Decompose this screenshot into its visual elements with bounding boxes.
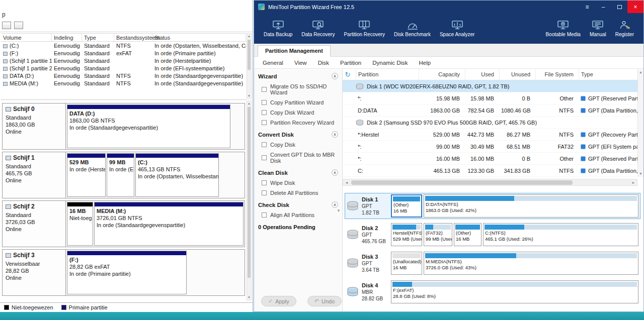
menu-disk[interactable]: Disk [312,58,335,68]
sidebar-item-copy-partition-wizard[interactable]: Copy Partition Wizard [254,97,342,108]
minimize-icon[interactable]: – [595,1,611,13]
menu-general[interactable]: General [257,58,289,68]
sidebar-item-convert-gpt-mbr[interactable]: Convert GPT Disk to MBR Disk [254,150,342,166]
disk3-map-row[interactable]: Disk 3 GPT 3.64 TB (Unallocated) 16 MB [345,250,640,276]
scroll-left-icon[interactable]: ◄ [343,181,350,184]
sidebar-item-wipe-disk[interactable]: Wipe Disk [254,178,342,188]
disk-label[interactable]: Schijf 0 Standaard 1863,00 GB Online [3,103,66,149]
manual-button[interactable]: Manual [585,18,611,39]
partition-row[interactable]: *: 99.00 MB 30.49 MB 68.51 MB FAT32 GPT … [343,141,637,153]
maximize-icon[interactable] [611,1,627,13]
disk2-header-row[interactable]: Disk 2 (Samsung SSD 970 EVO Plus 500GB R… [343,117,637,129]
partition-row[interactable]: *: 16.00 MB 16.00 MB 0 B Other GPT (Rese… [343,153,637,165]
col-status[interactable]: Status [152,34,246,42]
sidebar-item-delete-all-partitions[interactable]: Delete All Partitions [254,188,342,198]
scrollbar-thumb[interactable] [248,40,251,70]
map-partition-other[interactable]: (Other) 16 MB [454,223,481,246]
map-partition-unallocated[interactable]: (Unallocated) 16 MB [391,252,422,275]
sidebar-item-copy-disk[interactable]: Copy Disk [254,140,342,150]
disk2-map-row[interactable]: Disk 2 GPT 465.76 GB Herstel(NTFS) 529 M… [345,222,640,248]
col-type[interactable]: Type [579,69,637,80]
col-file-system[interactable]: File System [535,69,579,80]
volume-table-scrollbar[interactable]: ▲ ▼ [247,33,252,99]
bootable-media-button[interactable]: Bootable Media [541,18,585,39]
partition-media-m[interactable]: MEDIA (M:) 3726,01 GB NTFS In orde (Stan… [94,202,244,246]
disk-row-schijf2[interactable]: Schijf 2 Standaard 3726,03 GB Online 16 … [2,200,245,247]
console-tree-icon[interactable] [2,22,11,29]
disk-benchmark-button[interactable]: Disk Benchmark [389,18,435,39]
disk-label[interactable]: Schijf 3 Verwisselbaar 28,82 GB Online [3,250,66,295]
titlebar[interactable]: MiniTool Partition Wizard Free 12.5 ≡ – … [254,1,643,13]
hamburger-menu-icon[interactable]: ≡ [579,1,595,13]
volume-row[interactable]: (C:) Eenvoudig Standaard NTFS In orde (O… [1,42,246,49]
disk-row-schijf1[interactable]: Schijf 1 Standaard 465,75 GB Online 529 … [2,152,245,198]
menu-help[interactable]: Help [414,58,437,68]
map-partition-f[interactable]: F:(exFAT) 28.8 GB (Used: 8%) [391,280,638,303]
tab-partition-management[interactable]: Partition Management [258,45,331,57]
scroll-right-icon[interactable]: ► [630,181,637,184]
scroll-up-icon[interactable]: ▲ [247,34,251,39]
scrollbar-thumb[interactable] [248,107,251,278]
data-backup-button[interactable]: Data Backup [259,18,297,39]
volume-row[interactable]: (Schijf 1 partitie 2) Eenvoudig Standaar… [1,64,246,72]
partition-efi[interactable]: 99 MB In orde (E [107,153,134,197]
partition-row[interactable]: C: 465.13 GB 123.30 GB 341.83 GB NTFS GP… [343,165,637,177]
scroll-down-icon[interactable]: ▼ [638,171,643,177]
group-check-disk[interactable]: Check Disk∧ [254,198,342,210]
collapse-icon[interactable]: ∧ [332,73,338,79]
table-vertical-scrollbar[interactable]: ▲ ▼ [637,69,643,177]
map-partition-herstel[interactable]: Herstel(NTFS) 529 MB (Used: [391,223,422,246]
sidebar-scroll-down-icon[interactable]: ▼ [337,208,341,213]
group-wizard[interactable]: Wizard∧ [254,69,342,81]
group-clean-disk[interactable]: Clean Disk∧ [254,166,342,178]
col-volume[interactable]: Volume [1,34,52,42]
scroll-down-icon[interactable]: ▼ [247,93,251,98]
partition-recovery[interactable]: 529 MB In orde (Herste [67,153,106,197]
partition-c[interactable]: (C:) 465,13 GB NTFS In orde (Opstarten, … [135,153,219,197]
taskbar-strip[interactable] [0,312,644,320]
disk-row-schijf3[interactable]: Schijf 3 Verwisselbaar 28,82 GB Online (… [2,249,245,296]
scroll-down-icon[interactable]: ▼ [247,295,251,300]
collapse-icon[interactable]: ∧ [332,201,338,208]
space-analyzer-button[interactable]: Space Analyzer [435,18,479,39]
group-convert-disk[interactable]: Convert Disk∧ [254,128,342,140]
col-indeling[interactable]: Indeling [52,34,82,42]
col-used[interactable]: Used [465,69,499,80]
map-partition-m-media[interactable]: M:MEDIA(NTFS) 3726.0 GB (Used: 43%) [424,252,638,275]
data-recovery-button[interactable]: Data Recovery [297,18,339,39]
partition-f[interactable]: (F:) 28,82 GB exFAT In orde (Primaire pa… [67,251,187,294]
close-icon[interactable]: × [627,1,643,13]
apply-button[interactable]: ✓Apply [261,296,296,306]
undo-button[interactable]: ↶Undo [307,296,342,306]
refresh-icon[interactable]: ↻ [343,69,356,80]
col-partition[interactable]: Partition [356,69,419,80]
map-partition-fat32[interactable]: (FAT32) 99 MB (Used: [424,223,452,246]
register-button[interactable]: Register [611,18,638,39]
scroll-up-icon[interactable]: ▲ [638,69,643,75]
scrollbar-thumb[interactable] [351,180,573,185]
sidebar-item-migrate-os[interactable]: Migrate OS to SSD/HD Wizard [254,81,342,97]
sidebar-item-copy-disk-wizard[interactable]: Copy Disk Wizard [254,108,342,118]
volume-row[interactable]: DATA (D:) Eenvoudig Standaard NTFS In or… [1,72,246,79]
partition-row[interactable]: *:Herstel 529.00 MB 442.73 MB 86.27 MB N… [343,129,637,141]
sidebar-item-partition-recovery-wizard[interactable]: Partition Recovery Wizard [254,118,342,128]
volume-row[interactable]: MEDIA (M:) Eenvoudig Standaard NTFS In o… [1,79,246,87]
action-pane-icon[interactable] [14,22,23,29]
disk4-map-row[interactable]: Disk 4 MBR 28.82 GB F:(exFAT) 28.8 GB (U… [345,279,640,305]
map-partition-other[interactable]: (Other) 16 MB [391,194,422,218]
col-bestandssysteem[interactable]: Bestandssysteem [114,34,152,42]
disk1-header-row[interactable]: Disk 1 (WDC WD20EFRX-68EUZN0 RAID, GPT, … [343,80,637,92]
menu-partition[interactable]: Partition [335,58,367,68]
collapse-icon[interactable]: ∧ [332,169,338,176]
map-partition-c[interactable]: C:(NTFS) 465.1 GB (Used: 26%) [483,223,638,246]
partition-row[interactable]: D:DATA 1863.00 GB 782.54 GB 1080.46 GB N… [343,104,637,117]
sidebar-item-align-all-partitions[interactable]: Align All Partitions [254,210,342,220]
disk-row-schijf0[interactable]: Schijf 0 Standaard 1863,00 GB Online DAT… [2,103,245,150]
partition-unallocated[interactable]: 16 MB Niet-toeg [67,202,93,246]
disk-label[interactable]: Schijf 1 Standaard 465,75 GB Online [3,152,66,198]
collapse-icon[interactable]: ∧ [332,131,338,138]
col-type[interactable]: Type [82,34,114,42]
disk1-map-row[interactable]: Disk 1 GPT 1.82 TB (Other) 16 MB [345,193,640,219]
col-capacity[interactable]: Capacity [419,69,465,80]
scroll-up-icon[interactable]: ▲ [247,101,251,106]
